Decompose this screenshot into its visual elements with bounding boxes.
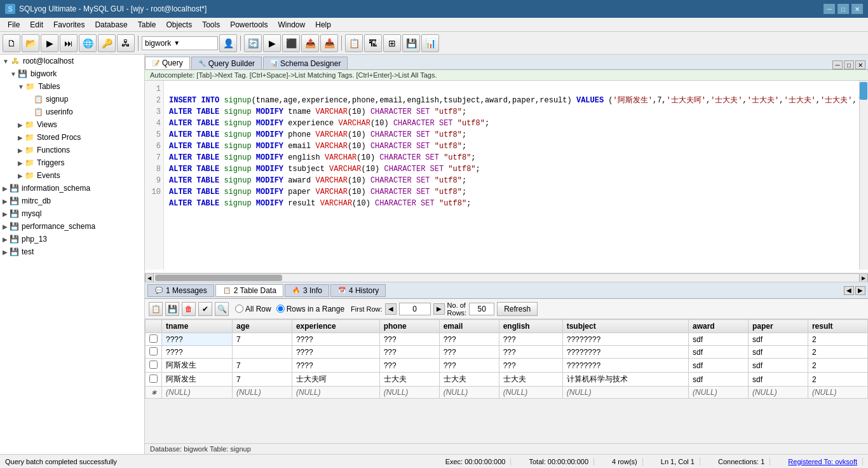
- sidebar-item-php13[interactable]: ▶ 💾 php_13: [0, 233, 144, 245]
- row3-experience[interactable]: ????: [292, 359, 379, 373]
- sidebar-item-information-schema[interactable]: ▶ 💾 information_schema: [0, 182, 144, 195]
- tab-query-builder[interactable]: 🔧 Query Builder: [191, 57, 262, 69]
- toolbar-user-button[interactable]: 👤: [219, 34, 237, 52]
- toolbar-btn5[interactable]: 🌐: [79, 34, 97, 52]
- results-scroll-right[interactable]: ▶: [855, 286, 865, 295]
- menu-favorites[interactable]: Favorites: [48, 19, 90, 31]
- radio-all-row-input[interactable]: [235, 305, 243, 313]
- col-header-result[interactable]: result: [808, 320, 867, 333]
- row3-email[interactable]: ???: [439, 359, 499, 373]
- null-award[interactable]: (NULL): [688, 387, 748, 399]
- toolbar-btn11[interactable]: 📥: [320, 34, 338, 52]
- sidebar-item-root[interactable]: ▼ 🖧 root@localhost: [0, 55, 144, 67]
- row4-award[interactable]: sdf: [688, 373, 748, 387]
- menu-powertools[interactable]: Powertools: [225, 19, 273, 31]
- sidebar-item-triggers[interactable]: ▶ 📁 Triggers: [0, 156, 144, 169]
- row1-tsubject[interactable]: ????????: [562, 333, 688, 346]
- nav-next-button[interactable]: ▶: [433, 303, 445, 315]
- menu-help[interactable]: Help: [310, 19, 336, 31]
- row3-tname[interactable]: 阿斯发生: [162, 359, 233, 373]
- sidebar-item-functions[interactable]: ▶ 📁 Functions: [0, 144, 144, 156]
- refresh-button[interactable]: Refresh: [497, 302, 538, 316]
- row4-tsubject[interactable]: 计算机科学与技术: [562, 373, 688, 387]
- row4-english[interactable]: 士大夫: [499, 373, 562, 387]
- row3-tsubject[interactable]: ????????: [562, 359, 688, 373]
- toolbar-import-btn[interactable]: 📊: [421, 34, 439, 52]
- row4-email[interactable]: 士大夫: [439, 373, 499, 387]
- tab-table-data[interactable]: 📋 2 Table Data: [215, 284, 283, 297]
- col-header-tname[interactable]: tname: [162, 320, 233, 333]
- null-phone[interactable]: (NULL): [379, 387, 439, 399]
- sidebar-item-mitrc-db[interactable]: ▶ 💾 mitrc_db: [0, 195, 144, 207]
- null-email[interactable]: (NULL): [439, 387, 499, 399]
- tab-query[interactable]: 📝 Query: [145, 57, 190, 69]
- scroll-right-button[interactable]: ▶: [859, 273, 868, 282]
- tab-messages[interactable]: 💬 1 Messages: [147, 284, 214, 297]
- inner-minimize-button[interactable]: ─: [832, 60, 843, 69]
- row-checkbox-4[interactable]: [146, 373, 162, 387]
- null-experience[interactable]: (NULL): [292, 387, 379, 399]
- col-header-experience[interactable]: experience: [292, 320, 379, 333]
- row4-experience[interactable]: 士大夫呵: [292, 373, 379, 387]
- table-row[interactable]: 阿斯发生 7 士大夫呵 士大夫 士大夫 士大夫 计算机科学与技术 sdf sdf…: [146, 373, 868, 387]
- toolbar-execute-button[interactable]: ▶: [263, 34, 281, 52]
- menu-file[interactable]: File: [3, 19, 25, 31]
- row-checkbox-1[interactable]: [146, 333, 162, 346]
- sidebar-item-events[interactable]: ▶ 📁 Events: [0, 169, 144, 182]
- code-content[interactable]: INSERT INTO signup(tname,age,experience,…: [164, 81, 859, 270]
- col-header-award[interactable]: award: [688, 320, 748, 333]
- null-tsubject[interactable]: (NULL): [562, 387, 688, 399]
- row2-phone[interactable]: ???: [379, 346, 439, 359]
- menu-tools[interactable]: Tools: [197, 19, 225, 31]
- row2-paper[interactable]: sdf: [748, 346, 808, 359]
- toolbar-export-btn[interactable]: 💾: [402, 34, 420, 52]
- row2-result[interactable]: 2: [808, 346, 867, 359]
- row-checkbox-2[interactable]: [146, 346, 162, 359]
- null-tname[interactable]: (NULL): [162, 387, 233, 399]
- row1-english[interactable]: ???: [499, 333, 562, 346]
- row1-award[interactable]: sdf: [688, 333, 748, 346]
- row2-age[interactable]: [232, 346, 292, 359]
- row2-award[interactable]: sdf: [688, 346, 748, 359]
- row3-phone[interactable]: ???: [379, 359, 439, 373]
- row4-phone[interactable]: 士大夫: [379, 373, 439, 387]
- toolbar-stop-button[interactable]: ⬛: [282, 34, 300, 52]
- col-header-phone[interactable]: phone: [379, 320, 439, 333]
- toolbar-btn6[interactable]: 🔑: [98, 34, 116, 52]
- row1-paper[interactable]: sdf: [748, 333, 808, 346]
- code-editor[interactable]: 1 2 3 4 5 6 7 8 9 10 INSERT INTO signup(…: [145, 81, 868, 270]
- first-row-input[interactable]: [399, 303, 431, 315]
- radio-all-row[interactable]: All Row: [235, 305, 271, 313]
- menu-database[interactable]: Database: [90, 19, 132, 31]
- data-table-container[interactable]: tname age experience phone email english…: [145, 319, 868, 443]
- radio-rows-in-range-input[interactable]: [276, 305, 285, 313]
- row1-email[interactable]: ???: [439, 333, 499, 346]
- tab-schema-designer[interactable]: 📊 Schema Designer: [263, 57, 348, 69]
- null-english[interactable]: (NULL): [499, 387, 562, 399]
- table-row-null[interactable]: ✱ (NULL) (NULL) (NULL) (NULL) (NULL) (NU…: [146, 387, 868, 399]
- col-header-paper[interactable]: paper: [748, 320, 808, 333]
- sidebar-item-views[interactable]: ▶ 📁 Views: [0, 118, 144, 131]
- toolbar-btn10[interactable]: 📤: [301, 34, 319, 52]
- inner-restore-button[interactable]: □: [844, 60, 854, 69]
- row2-english[interactable]: ???: [499, 346, 562, 359]
- row1-age[interactable]: 7: [232, 333, 292, 346]
- tab-history[interactable]: 📅 4 History: [330, 284, 386, 297]
- inner-close-button[interactable]: ✕: [855, 60, 865, 69]
- sidebar-item-test[interactable]: ▶ 💾 test: [0, 245, 144, 258]
- toolbar-btn4[interactable]: ⏭: [60, 34, 78, 52]
- sidebar-item-performance-schema[interactable]: ▶ 💾 performance_schema: [0, 220, 144, 233]
- null-paper[interactable]: (NULL): [748, 387, 808, 399]
- results-tb-btn5[interactable]: 🔍: [215, 302, 229, 316]
- toolbar-table-btn[interactable]: 📋: [345, 34, 363, 52]
- row4-tname[interactable]: 阿斯发生: [162, 373, 233, 387]
- null-result[interactable]: (NULL): [808, 387, 867, 399]
- database-dropdown[interactable]: bigwork ▼: [142, 36, 218, 50]
- results-tb-btn2[interactable]: 💾: [165, 302, 179, 316]
- row1-result[interactable]: 2: [808, 333, 867, 346]
- results-tb-btn4[interactable]: ✔: [198, 302, 212, 316]
- row4-result[interactable]: 2: [808, 373, 867, 387]
- row4-age[interactable]: 7: [232, 373, 292, 387]
- results-tb-btn1[interactable]: 📋: [149, 302, 163, 316]
- tab-info[interactable]: 🔥 3 Info: [285, 284, 329, 297]
